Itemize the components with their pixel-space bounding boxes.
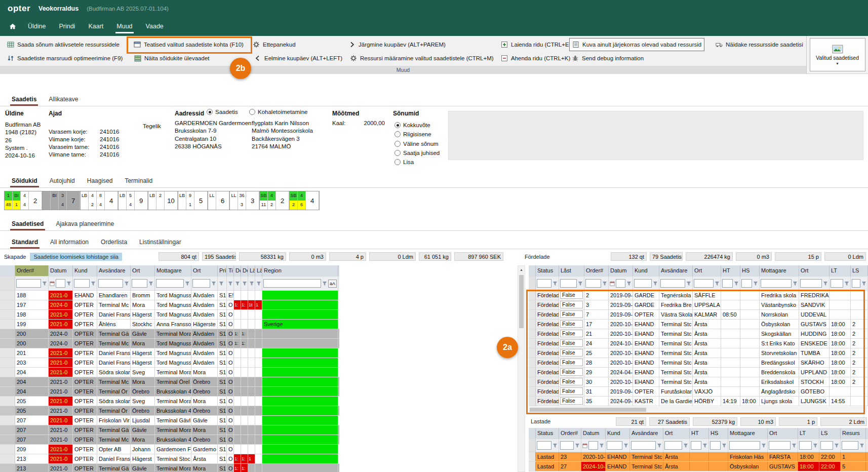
column-header-hs-8[interactable]: HS [740,265,760,276]
filter-input[interactable] [800,279,822,288]
filter-input[interactable] [56,279,65,288]
row-selector[interactable] [0,397,15,406]
loaded-row[interactable]: Lastad232020-10-EHANDTerminal StcÅrstaFr… [529,452,868,462]
column-header-ort-4[interactable]: Ort [131,265,155,276]
column-header-ort-5[interactable]: Ort [663,428,690,439]
filter-input[interactable] [588,441,598,450]
cell-locked[interactable]: False [559,348,584,358]
cell-locked[interactable]: False [559,320,584,329]
row-selector[interactable] [0,435,15,444]
column-header-avs-ndare-4[interactable]: Avsändare [630,428,663,439]
toolbar-button-eelmine-kuup-ev-alt-left[interactable]: Eelmine kuupäev (ALT+LEFT) [252,52,345,65]
column-header-lt-10[interactable]: LT [798,428,819,439]
column-header-ort-10[interactable]: Ort [799,265,830,276]
filter-input[interactable] [560,441,574,450]
column-header-l-st-1[interactable]: Låst [559,265,584,276]
filter-input[interactable] [710,441,721,450]
cell-locked[interactable]: False [559,397,584,406]
filter-input[interactable] [664,441,682,450]
row-selector[interactable] [0,348,15,358]
row-selector[interactable] [0,377,15,386]
toolbar-button-j-rgmine-kuup-ev-alt-parem[interactable]: Järgmine kuupäev (ALT+PAREM) [346,38,448,51]
assigned-table-hscrollbar[interactable] [529,407,867,413]
tab-haagised[interactable]: Haagised [81,175,119,187]
vehicle-block[interactable]: LL6 [208,191,230,210]
left-table-scrollbar[interactable]: ▲ [518,265,525,472]
vehicle-block[interactable]: SB2464 [290,191,320,210]
column-header-order-1[interactable]: Order# [559,428,581,439]
filter-input[interactable] [631,441,656,450]
column-header-ls-11[interactable]: LS [819,428,841,439]
column-header-ht-7[interactable]: HT [721,265,740,276]
scrollbar-thumb[interactable] [530,408,646,412]
column-header-order-2[interactable]: Order# [584,265,609,276]
vehicle-block[interactable]: LB42844 [81,191,119,210]
row-selector[interactable] [529,291,536,300]
toolbar-button-send-debug-information[interactable]: Send debug information [569,52,646,65]
tab-allikateave[interactable]: Allikateave [43,93,84,106]
radio-v-line-s-num[interactable]: Väline sõnum [394,141,439,147]
row-selector[interactable] [0,300,15,309]
row-selector[interactable] [0,291,15,300]
tab-ajakava-planeerimine[interactable]: Ajakava planeerimine [50,218,120,230]
column-header-datum-3[interactable]: Datum [609,265,633,276]
toolbar-button-kuva-ainult-j-rjekorras-olevad-vabad-ressursid[interactable]: Kuva ainult järjekorras olevad vabad res… [569,38,704,51]
assigned-row[interactable]: FördeladFalse302020-10-EHANDTerminal Stc… [529,377,868,387]
column-header-status-0[interactable]: Status [536,265,559,276]
column-header-kund-3[interactable]: Kund [606,428,630,439]
toolbar-button-n-idake-ressursside-saadetisi[interactable]: Näidake ressursside saadetisi [713,38,806,51]
shipment-row[interactable]: 1972024-0OPTERTerminal McMoraTord Magnus… [0,300,339,310]
vehicle-block[interactable]: LL3633 [230,191,260,210]
vehicle-block[interactable]: 148BI1442 [4,191,43,210]
vehicle-block[interactable]: BI347 [43,191,81,210]
shipment-row[interactable]: 2072021-0OPTERTerminal McMoraBruksskolan… [0,435,339,445]
column-header-datum-1[interactable]: Datum [49,265,73,276]
toolbar-button-ahenda-ridu-ctrl-k[interactable]: Ahenda ridu (CTRL+K) [498,52,573,65]
column-header-region-13[interactable]: Region [262,265,338,276]
row-selector[interactable] [0,416,15,425]
column-header-kund-4[interactable]: Kund [633,265,659,276]
assigned-row[interactable]: FördeladFalse252020-10-EHANDTerminal Stc… [529,348,868,358]
filter-input[interactable] [761,279,792,288]
row-selector[interactable] [529,320,536,329]
filter-input[interactable] [820,441,833,450]
shipment-row[interactable]: 2072021-0OPTERFriskolan VirLjusdalTermin… [0,416,339,425]
row-selector[interactable] [529,310,536,319]
tab-saadetis[interactable]: Saadetis [6,93,43,106]
filter-input[interactable] [585,279,601,288]
shipment-row[interactable]: 2002024-0OPTERTerminal McMoraTord Magnus… [0,339,339,348]
row-selector[interactable] [0,387,15,396]
cell-locked[interactable]: False [559,377,584,386]
row-selector[interactable] [0,368,15,377]
row-selector[interactable] [529,358,536,367]
filter-input[interactable] [729,441,760,450]
row-selector[interactable] [0,310,15,319]
column-header-hs-7[interactable]: HS [709,428,728,439]
row-selector[interactable] [0,320,15,329]
filter-input[interactable] [537,279,551,288]
radio-saadetis[interactable]: Saadetis [207,109,238,115]
assigned-row[interactable]: FördeladFalse22019-09-GARDETegnérskolaSÄ… [529,291,868,300]
filter-input[interactable] [691,441,701,450]
filter-input[interactable] [263,279,321,288]
row-selector[interactable] [0,329,15,338]
row-selector[interactable] [0,358,15,367]
filter-input[interactable] [660,279,685,288]
tab-orderlista[interactable]: Orderlista [95,236,133,249]
vehicle-block[interactable]: LB549 [119,191,148,210]
row-selector[interactable] [0,454,15,463]
shipment-row[interactable]: 2092021-0OPTEROpter ABJohannGardemoen Fl… [0,445,339,454]
column-header-ort-9[interactable]: Ort [768,428,798,439]
column-header-de-9[interactable]: De [234,265,241,276]
tab-saadetised[interactable]: Saadetised [6,218,50,230]
filter-input[interactable] [192,279,210,288]
tab-s-idukid[interactable]: Sõidukid [6,175,44,187]
column-header-avs-ndare-5[interactable]: Avsändare [659,265,693,276]
assigned-row[interactable]: FördeladFalse292024-04-EHANDTerminal Stc… [529,368,868,377]
shipment-row[interactable]: 2042021-0OPTERTerminal ÖrÖrebroBruksskol… [0,387,339,397]
radio-kohaletoimetamine[interactable]: Kohaletoimetamine [249,109,307,115]
row-selector[interactable] [529,368,536,377]
column-header-ls-12[interactable]: LS [851,265,868,276]
column-header-avs-ndare-3[interactable]: Avsändare [97,265,131,276]
row-selector[interactable] [0,464,15,472]
